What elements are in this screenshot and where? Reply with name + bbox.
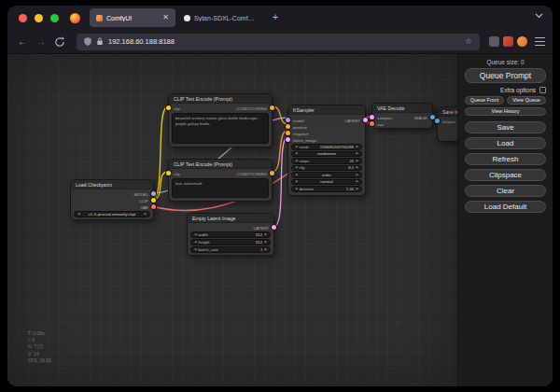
tab-comfyui[interactable]: ComfyUI ✕ xyxy=(90,8,175,27)
url-bar[interactable]: 192.168.60.188:8188 ☆ xyxy=(77,34,480,50)
clear-button[interactable]: Clear xyxy=(465,185,546,197)
decrement-arrow-icon[interactable] xyxy=(295,146,298,148)
reload-button[interactable] xyxy=(52,35,67,49)
scheduler-widget[interactable]: normal xyxy=(291,179,362,186)
new-tab-button[interactable]: + xyxy=(268,10,283,25)
extra-options-checkbox[interactable] xyxy=(539,87,546,93)
decrement-arrow-icon[interactable] xyxy=(194,248,197,251)
input-dot-samples[interactable] xyxy=(370,115,374,119)
close-icon[interactable]: ✕ xyxy=(162,14,169,21)
increment-arrow-icon[interactable] xyxy=(356,166,358,169)
refresh-button[interactable]: Refresh xyxy=(465,153,546,165)
steps-widget[interactable]: steps 20 xyxy=(291,158,362,164)
list-all-tabs-chevron-icon[interactable] xyxy=(535,13,543,19)
firefox-view-icon[interactable] xyxy=(70,13,80,23)
bookmark-star-icon[interactable]: ☆ xyxy=(465,37,472,46)
ublock-extension-icon[interactable] xyxy=(503,36,513,47)
view-history-button[interactable]: View History xyxy=(465,107,546,116)
minimize-window-button[interactable] xyxy=(35,14,43,22)
comfyui-graph-canvas[interactable]: Load Checkpoint MODEL CLIP VAE v1-5-prun… xyxy=(7,54,457,386)
input-dot-clip[interactable] xyxy=(166,171,171,175)
node-title[interactable]: KSampler xyxy=(288,105,365,115)
queue-prompt-button[interactable]: Queue Prompt xyxy=(465,68,546,83)
increment-arrow-icon[interactable] xyxy=(356,160,358,162)
increment-arrow-icon[interactable] xyxy=(264,241,267,244)
seed-widget[interactable]: seed 156680208700286 xyxy=(291,144,362,150)
load-default-button[interactable]: Load Default xyxy=(465,201,546,213)
input-dot-model[interactable] xyxy=(286,118,290,122)
save-button[interactable]: Save xyxy=(465,121,546,133)
node-title[interactable]: Load Checkpoint xyxy=(71,180,153,189)
denoise-widget[interactable]: denoise 1.00 xyxy=(291,186,362,192)
increment-arrow-icon[interactable] xyxy=(264,233,267,236)
output-dot-vae[interactable] xyxy=(151,204,156,209)
decrement-arrow-icon[interactable] xyxy=(295,188,298,190)
node-clip-text-encode-negative[interactable]: CLIP Text Encode (Prompt) clip CONDITION… xyxy=(168,159,273,202)
output-dot-clip[interactable] xyxy=(151,198,156,203)
width-widget[interactable]: width 512 xyxy=(190,231,271,238)
clipspace-button[interactable]: Clipspace xyxy=(465,169,546,181)
cfg-widget[interactable]: cfg 8.0 xyxy=(291,165,362,172)
increment-arrow-icon[interactable] xyxy=(356,188,358,190)
prompt-textarea[interactable]: beautiful scenery nature glass bottle la… xyxy=(172,113,269,144)
input-dot-positive[interactable] xyxy=(286,124,290,129)
node-title[interactable]: CLIP Text Encode (Prompt) xyxy=(169,160,272,169)
output-dot-conditioning[interactable] xyxy=(270,105,274,110)
link-conditioning-positive[interactable] xyxy=(273,106,287,124)
ckpt-name-widget[interactable]: v1-5-pruned-emaonly.ckpt xyxy=(74,211,150,217)
node-ksampler[interactable]: KSampler model positive negative latent_… xyxy=(287,105,366,196)
decrement-arrow-icon[interactable] xyxy=(194,241,197,244)
extension-icon[interactable] xyxy=(489,36,499,47)
queue-front-button[interactable]: Queue Front xyxy=(465,96,504,105)
extension-icon[interactable] xyxy=(517,36,527,47)
input-dot-vae[interactable] xyxy=(370,121,374,126)
node-title[interactable]: Save Image xyxy=(438,107,457,117)
tab-sytan-sdxl[interactable]: Sytan-SDXL-ComfyUI/Sytan's S xyxy=(177,8,263,27)
back-button[interactable]: ← xyxy=(15,35,30,49)
load-button[interactable]: Load xyxy=(465,137,546,149)
sampler-name-widget[interactable]: euler xyxy=(291,172,362,178)
output-dot-latent[interactable] xyxy=(363,118,368,122)
node-empty-latent-image[interactable]: Empty Latent Image LATENT width 512 heig… xyxy=(187,213,274,256)
close-window-button[interactable] xyxy=(19,14,27,22)
batch-size-widget[interactable]: batch_size 1 xyxy=(190,246,271,253)
increment-arrow-icon[interactable] xyxy=(264,248,267,251)
node-title[interactable]: Empty Latent Image xyxy=(188,214,273,223)
input-dot-latent-image[interactable] xyxy=(286,137,290,142)
prompt-textarea[interactable]: text, watermark xyxy=(172,178,269,198)
view-queue-button[interactable]: View Queue xyxy=(507,96,546,105)
increment-arrow-icon[interactable] xyxy=(356,174,358,176)
increment-arrow-icon[interactable] xyxy=(144,213,147,216)
node-load-checkpoint[interactable]: Load Checkpoint MODEL CLIP VAE v1-5-prun… xyxy=(70,179,154,220)
forward-button[interactable]: → xyxy=(34,35,49,49)
increment-arrow-icon[interactable] xyxy=(356,152,358,155)
decrement-arrow-icon[interactable] xyxy=(194,233,197,236)
output-dot-conditioning[interactable] xyxy=(270,171,274,175)
maximize-window-button[interactable] xyxy=(50,14,59,22)
decrement-arrow-icon[interactable] xyxy=(295,174,298,176)
decrement-arrow-icon[interactable] xyxy=(295,152,298,155)
input-dot-images[interactable] xyxy=(435,119,440,123)
output-dot-image[interactable] xyxy=(430,115,435,119)
node-save-image[interactable]: Save Image images xyxy=(437,106,457,142)
node-title[interactable]: VAE Decode xyxy=(372,104,432,113)
input-dot-negative[interactable] xyxy=(286,131,290,135)
decrement-arrow-icon[interactable] xyxy=(295,160,298,162)
increment-arrow-icon[interactable] xyxy=(356,146,358,148)
node-clip-text-encode-positive[interactable]: CLIP Text Encode (Prompt) clip CONDITION… xyxy=(168,93,273,147)
lock-icon[interactable] xyxy=(96,37,104,46)
output-dot-latent[interactable] xyxy=(272,225,276,230)
url-text[interactable]: 192.168.60.188:8188 xyxy=(108,37,460,46)
node-vae-decode[interactable]: VAE Decode samples vae IMAGE xyxy=(371,103,433,129)
input-dot-clip[interactable] xyxy=(166,105,171,110)
control-after-generate-widget[interactable]: randomize xyxy=(291,151,362,158)
decrement-arrow-icon[interactable] xyxy=(295,166,298,169)
increment-arrow-icon[interactable] xyxy=(356,180,358,183)
height-widget[interactable]: height 512 xyxy=(190,239,271,245)
output-dot-model[interactable] xyxy=(151,191,156,196)
menu-hamburger-icon[interactable] xyxy=(535,37,545,46)
decrement-arrow-icon[interactable] xyxy=(77,213,80,216)
tracking-protection-shield-icon[interactable] xyxy=(84,37,91,46)
link-conditioning-negative[interactable] xyxy=(273,131,287,172)
decrement-arrow-icon[interactable] xyxy=(295,180,298,183)
